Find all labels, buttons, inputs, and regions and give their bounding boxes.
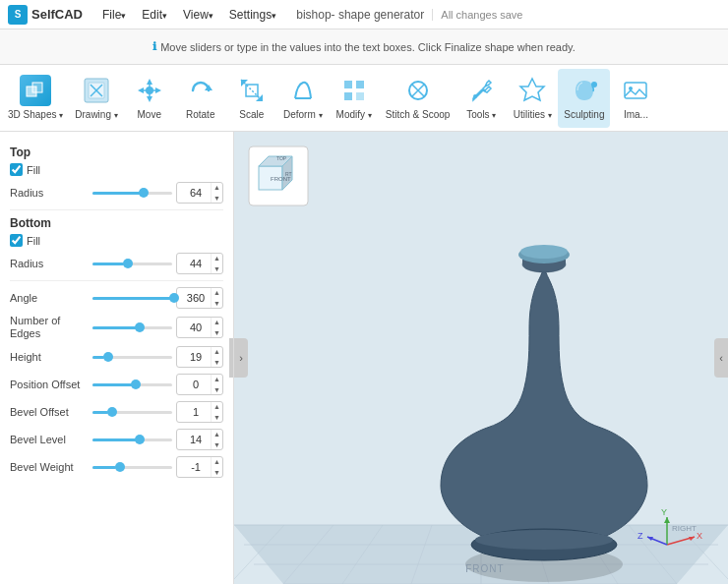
utilities-icon [516,75,548,106]
bottom-radius-down[interactable]: ▼ [212,263,222,274]
top-radius-value: 64 [177,187,211,199]
svg-text:X: X [697,531,702,541]
drawing-icon [81,75,112,106]
tool-deform[interactable]: Deform ▾ [277,69,329,128]
position-value: 0 [177,379,211,390]
viewport-grid: FRONT FRONT TOP RT X [234,132,728,584]
bottom-fill-checkbox[interactable] [10,234,23,247]
angle-value: 360 [177,292,211,304]
bevel-offset-up[interactable]: ▲ [212,401,222,412]
tool-rotate-label: Rotate [186,109,214,121]
top-radius-slider[interactable] [92,186,172,200]
hint-text: Move sliders or type in the values into … [160,41,576,53]
height-down[interactable]: ▼ [212,357,222,368]
tool-scale[interactable]: Scale [226,69,277,128]
bevel-level-up[interactable]: ▲ [212,429,222,439]
position-up[interactable]: ▲ [212,374,222,384]
tool-modify-label: Modify ▾ [336,109,372,121]
bevel-offset-slider[interactable] [92,405,172,419]
angle-down[interactable]: ▼ [212,298,222,309]
tool-deform-label: Deform ▾ [283,109,323,121]
position-down[interactable]: ▼ [212,384,222,395]
stitch-icon [402,75,434,106]
tool-modify[interactable]: Modify ▾ [329,69,380,128]
bevel-weight-row: Bevel Weight -1 ▲ ▼ [10,456,223,478]
3dshapes-icon [20,75,51,106]
edges-slider[interactable] [92,321,172,334]
svg-rect-20 [356,81,364,88]
svg-point-24 [473,94,477,98]
menu-view[interactable]: View▾ [175,6,221,24]
menu-file[interactable]: File▾ [94,6,134,24]
bevel-weight-down[interactable]: ▼ [212,467,222,478]
tool-drawing[interactable]: Drawing ▾ [69,69,123,128]
tool-sculpting[interactable]: Sculpting [558,69,610,128]
angle-slider[interactable] [92,291,172,305]
tool-tools[interactable]: Tools ▾ [455,69,507,128]
menu-edit[interactable]: Edit▾ [134,6,175,24]
top-radius-input[interactable]: 64 ▲ ▼ [176,182,223,204]
bevel-offset-value: 1 [177,406,211,418]
app-title: bishop- shape generator [296,8,424,22]
angle-up[interactable]: ▲ [212,287,222,298]
svg-point-26 [591,82,597,88]
height-input[interactable]: 19 ▲ ▼ [176,346,223,368]
edges-down[interactable]: ▼ [212,327,222,338]
tool-utilities[interactable]: Utilities ▾ [507,69,558,128]
tool-stitch[interactable]: Stitch & Scoop [380,69,456,128]
bevel-weight-up[interactable]: ▲ [212,456,222,467]
height-slider[interactable] [92,350,172,364]
svg-point-50 [475,530,613,550]
right-panel-expand-button[interactable]: ‹ [714,338,728,378]
menu-settings[interactable]: Settings▾ [221,6,284,24]
tool-3dshapes[interactable]: 3D Shapes ▾ [2,69,69,128]
bottom-fill-row: Fill [10,234,223,247]
bevel-offset-down[interactable]: ▼ [212,412,222,423]
viewport[interactable]: FRONT FRONT TOP RT X [234,132,728,584]
position-input[interactable]: 0 ▲ ▼ [176,374,223,395]
top-radius-row: Radius 64 ▲ ▼ [10,182,223,204]
edges-up[interactable]: ▲ [212,317,222,327]
angle-label: Angle [10,292,89,304]
top-radius-up[interactable]: ▲ [212,182,222,193]
edges-label: Number ofEdges [10,315,89,340]
tool-image[interactable]: Ima... [610,69,661,128]
panel-expand-button[interactable]: › [234,338,248,378]
bevel-weight-slider[interactable] [92,460,172,474]
svg-rect-22 [356,92,364,100]
bottom-radius-up[interactable]: ▲ [212,253,222,263]
position-slider[interactable] [92,378,172,391]
angle-row: Angle 360 ▲ ▼ [10,287,223,309]
edges-input[interactable]: 40 ▲ ▼ [176,317,223,338]
tool-scale-label: Scale [239,109,264,121]
rotate-icon [185,75,216,106]
top-fill-row: Fill [10,163,223,176]
edges-value: 40 [177,321,211,333]
tool-move[interactable]: Move [124,69,175,128]
height-up[interactable]: ▲ [212,346,222,357]
svg-text:RT: RT [285,171,292,177]
tools-icon [465,75,497,106]
nav-cube: FRONT TOP RT [249,146,308,205]
angle-input[interactable]: 360 ▲ ▼ [176,287,223,309]
top-radius-down[interactable]: ▼ [212,193,222,204]
top-fill-label: Fill [27,164,40,176]
bottom-radius-input[interactable]: 44 ▲ ▼ [176,253,223,274]
top-fill-checkbox[interactable] [10,163,23,176]
svg-text:RIGHT: RIGHT [672,524,697,533]
hintbar: ℹ Move sliders or type in the values int… [0,29,728,65]
tool-rotate[interactable]: Rotate [175,69,226,128]
tool-3dshapes-label: 3D Shapes ▾ [8,109,63,121]
save-status: All changes save [432,9,522,21]
edges-row: Number ofEdges 40 ▲ ▼ [10,315,223,340]
bevel-level-down[interactable]: ▼ [212,439,222,450]
svg-text:TOP: TOP [276,155,287,161]
height-label: Height [10,351,89,363]
logo: S SelfCAD [8,5,83,25]
bevel-weight-input[interactable]: -1 ▲ ▼ [176,456,223,478]
bevel-level-slider[interactable] [92,433,172,446]
bottom-radius-slider[interactable] [92,257,172,270]
position-row: Position Offset 0 ▲ ▼ [10,374,223,395]
bevel-level-input[interactable]: 14 ▲ ▼ [176,429,223,450]
bevel-offset-input[interactable]: 1 ▲ ▼ [176,401,223,423]
